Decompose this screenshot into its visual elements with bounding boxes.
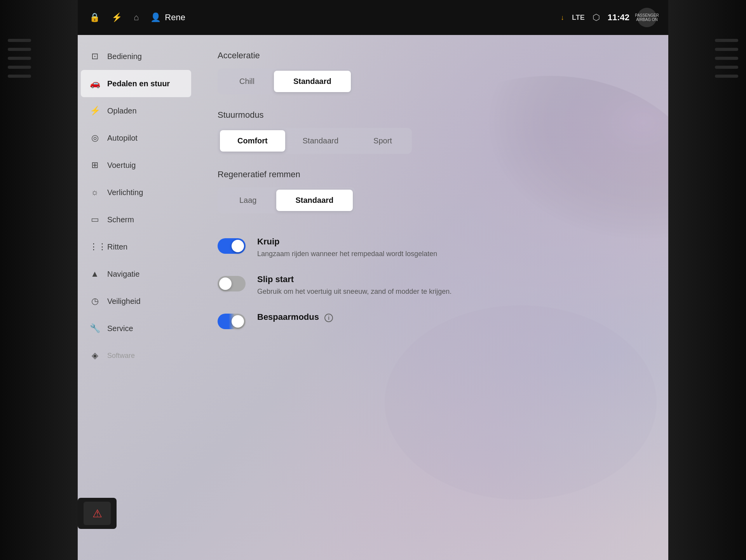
toggle-icon: ⊡ (89, 51, 100, 61)
sidebar-item-bediening-label: Bediening (107, 52, 142, 61)
sidebar-item-veiligheid-label: Veiligheid (107, 297, 141, 306)
bespaarmodus-info-icon[interactable]: i (324, 314, 333, 322)
stuurmodus-sport-button[interactable]: Sport (356, 130, 410, 152)
regeneratief-laag-button[interactable]: Laag (220, 190, 276, 211)
acceleratie-title: Acceleratie (218, 51, 645, 61)
regeneratief-standaard-button[interactable]: Standaard (276, 190, 353, 211)
kruip-title: Kruip (257, 237, 645, 247)
status-bar-left: 🔒 ⚡ ⌂ 👤 Rene (89, 12, 185, 23)
status-bar-right: ↓ LTE ⬡ 11:42 PASSENGER AIRBAG ON (561, 8, 657, 27)
sidebar-item-autopilot-label: Autopilot (107, 134, 138, 143)
screen-icon: ▭ (89, 215, 100, 225)
sidebar-item-veiligheid[interactable]: ◷ Veiligheid (78, 288, 194, 315)
lock-icon: 🔒 (89, 12, 100, 23)
car-icon: 🚗 (89, 79, 100, 89)
regeneratief-button-group: Laag Standaard (218, 187, 355, 213)
software-icon: ◈ (89, 351, 100, 361)
user-icon: 👤 (150, 12, 161, 23)
trips-icon: ⋮⋮ (89, 242, 100, 252)
slip-start-toggle-thumb (219, 277, 232, 290)
sidebar-item-ritten[interactable]: ⋮⋮ Ritten (78, 233, 194, 260)
sidebar-item-ritten-label: Ritten (107, 242, 127, 251)
section-regeneratief: Regeneratief remmen Laag Standaard (218, 169, 645, 213)
bespaarmodus-label-group: Bespaarmodus i (257, 312, 645, 324)
download-icon: ↓ (561, 14, 564, 22)
sun-icon: ☼ (89, 187, 100, 197)
slip-start-title: Slip start (257, 274, 645, 284)
sidebar-item-opladen-label: Opladen (107, 106, 137, 115)
left-vent (0, 0, 78, 560)
sidebar-item-navigatie-label: Navigatie (107, 270, 139, 279)
sidebar-item-pedalen-stuur[interactable]: 🚗 Pedalen en stuur (81, 70, 191, 97)
sidebar-item-software-label: Software (107, 352, 135, 360)
sidebar-item-opladen[interactable]: ⚡ Opladen (78, 97, 194, 124)
user-profile[interactable]: 👤 Rene (150, 12, 185, 23)
sidebar-item-voertuig-label: Voertuig (107, 161, 136, 170)
status-bar: 🔒 ⚡ ⌂ 👤 Rene ↓ LTE ⬡ 11:42 PASSENGER AIR… (78, 0, 668, 35)
stuurmodus-button-group: Comfort Standaard Sport (218, 128, 412, 154)
acceleratie-chill-button[interactable]: Chill (220, 71, 274, 92)
sidebar-item-verlichting-label: Verlichting (107, 188, 143, 197)
lte-indicator: LTE (572, 14, 585, 22)
user-name-label: Rene (165, 12, 185, 23)
home-icon: ⌂ (134, 12, 139, 23)
toggle-row-bespaarmodus: Bespaarmodus i (218, 304, 645, 337)
sliders-icon: ⊞ (89, 160, 100, 170)
sidebar-item-scherm[interactable]: ▭ Scherm (78, 206, 194, 233)
sidebar-item-software[interactable]: ◈ Software (78, 342, 194, 369)
bluetooth-icon: ⬡ (593, 12, 600, 23)
section-acceleratie: Acceleratie Chill Standaard (218, 51, 645, 94)
kruip-toggle[interactable] (218, 238, 246, 254)
slip-start-label-group: Slip start Gebruik om het voertuig uit s… (257, 274, 645, 297)
slip-start-description: Gebruik om het voertuig uit sneeuw, zand… (257, 287, 645, 297)
toggle-row-kruip: Kruip Langzaam rijden wanneer het remped… (218, 229, 645, 267)
sidebar-item-bediening[interactable]: ⊡ Bediening (78, 43, 194, 70)
sidebar-item-service-label: Service (107, 324, 133, 333)
acceleratie-standaard-button[interactable]: Standaard (274, 71, 351, 92)
sidebar-item-service[interactable]: 🔧 Service (78, 315, 194, 342)
bespaarmodus-title: Bespaarmodus i (257, 312, 645, 322)
clock-icon: ◷ (89, 296, 100, 306)
stuurmodus-title: Stuurmodus (218, 110, 645, 120)
kruip-description: Langzaam rijden wanneer het rempedaal wo… (257, 249, 645, 259)
sidebar-item-voertuig[interactable]: ⊞ Voertuig (78, 152, 194, 179)
kruip-label-group: Kruip Langzaam rijden wanneer het remped… (257, 237, 645, 259)
wrench-icon: 🔧 (89, 323, 100, 333)
stuurmodus-comfort-button[interactable]: Comfort (220, 130, 285, 152)
main-screen: ⊡ Bediening 🚗 Pedalen en stuur ⚡ Opladen… (78, 35, 668, 560)
sidebar-item-scherm-label: Scherm (107, 215, 134, 224)
steering-icon: ◎ (89, 133, 100, 143)
bespaarmodus-toggle[interactable] (218, 314, 246, 329)
sidebar-item-verlichting[interactable]: ☼ Verlichting (78, 179, 194, 206)
sidebar: ⊡ Bediening 🚗 Pedalen en stuur ⚡ Opladen… (78, 35, 194, 560)
airbag-indicator: PASSENGER AIRBAG ON (637, 8, 657, 27)
right-vent (668, 0, 746, 560)
acceleratie-button-group: Chill Standaard (218, 68, 353, 94)
content-area: Acceleratie Chill Standaard Stuurmodus C… (194, 35, 668, 560)
sidebar-item-navigatie[interactable]: ▲ Navigatie (78, 260, 194, 288)
toggle-row-slip-start: Slip start Gebruik om het voertuig uit s… (218, 267, 645, 304)
kruip-toggle-thumb (232, 240, 244, 252)
time-display: 11:42 (608, 12, 629, 23)
slip-start-toggle[interactable] (218, 276, 246, 291)
regeneratief-title: Regeneratief remmen (218, 169, 645, 180)
stuurmodus-standaard-button[interactable]: Standaard (285, 130, 356, 152)
navigation-icon: ▲ (89, 269, 100, 279)
lightning-icon: ⚡ (112, 12, 122, 23)
charge-icon: ⚡ (89, 106, 100, 116)
section-stuurmodus: Stuurmodus Comfort Standaard Sport (218, 110, 645, 154)
sidebar-item-autopilot[interactable]: ◎ Autopilot (78, 124, 194, 152)
sidebar-item-pedalen-label: Pedalen en stuur (107, 79, 170, 88)
